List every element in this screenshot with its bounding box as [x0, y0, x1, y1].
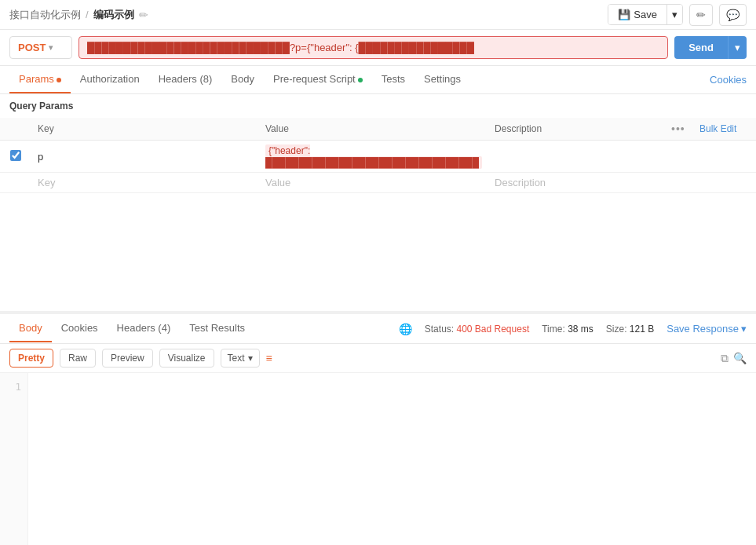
tab-tests[interactable]: Tests [372, 66, 415, 93]
tab-params[interactable]: Params [9, 66, 71, 93]
table-row: p {"header": ███████████████████████████… [0, 141, 756, 173]
cookies-link[interactable]: Cookies [710, 74, 747, 86]
status-group: Status: 400 Bad Request [425, 324, 529, 335]
globe-icon[interactable]: 🌐 [399, 323, 412, 335]
response-content[interactable] [28, 373, 756, 545]
prerequest-dot [358, 78, 363, 82]
empty-value[interactable]: Value [265, 177, 290, 188]
format-pretty-button[interactable]: Pretty [9, 349, 53, 368]
save-button[interactable]: 💾 Save [608, 5, 667, 24]
row-desc-cell [488, 141, 665, 173]
size-value: 121 B [630, 324, 654, 335]
save-label: Save [634, 9, 657, 20]
line-number: 1 [6, 381, 21, 393]
time-group: Time: 38 ms [542, 324, 593, 335]
send-btn-group: Send ▾ [674, 36, 747, 59]
save-response-button[interactable]: Save Response ▾ [667, 323, 747, 335]
empty-row-value-cell: Value [259, 173, 488, 193]
size-label: Size: [606, 324, 627, 335]
format-preview-button[interactable]: Preview [102, 349, 153, 368]
res-tab-headers[interactable]: Headers (4) [108, 315, 181, 342]
tab-body[interactable]: Body [221, 66, 264, 93]
tab-headers[interactable]: Headers (8) [149, 66, 222, 93]
breadcrumb-separator: / [86, 9, 89, 20]
row-bulk-cell [693, 141, 756, 173]
method-select[interactable]: POST ▾ [9, 36, 72, 59]
method-label: POST [18, 42, 46, 53]
empty-row-key-cell: Key [31, 173, 259, 193]
empty-desc[interactable]: Description [495, 177, 546, 188]
param-key[interactable]: p [38, 151, 43, 163]
bulk-edit-button[interactable]: Bulk Edit [699, 123, 736, 134]
query-params-title: Query Params [0, 94, 756, 118]
empty-row-actions [665, 173, 693, 193]
tab-settings[interactable]: Settings [415, 66, 470, 93]
save-dropdown-button[interactable]: ▾ [667, 5, 682, 24]
url-bar: POST ▾ ████████████████████████████?p={"… [0, 30, 756, 66]
response-body: 1 [0, 373, 756, 545]
row-actions-cell [665, 141, 693, 173]
res-tab-test-results[interactable]: Test Results [180, 315, 254, 342]
save-btn-group: 💾 Save ▾ [608, 4, 683, 25]
empty-row-checkbox-cell [0, 173, 31, 193]
breadcrumb-current: 编码示例 [93, 8, 134, 22]
size-group: Size: 121 B [606, 324, 654, 335]
search-icon[interactable]: 🔍 [733, 352, 747, 364]
table-row-empty: Key Value Description [0, 173, 756, 193]
save-response-chevron: ▾ [741, 323, 747, 335]
send-button[interactable]: Send [674, 36, 728, 59]
col-header-value: Value [259, 118, 488, 141]
text-format-chevron: ▾ [248, 353, 253, 364]
status-value: 400 Bad Request [456, 324, 529, 335]
empty-row-desc-cell: Description [488, 173, 665, 193]
more-options-icon[interactable]: ••• [671, 123, 685, 135]
format-visualize-button[interactable]: Visualize [159, 349, 214, 368]
col-header-desc: Description [488, 118, 665, 141]
toolbar-right: ⧉ 🔍 [721, 352, 747, 365]
empty-row-bulk [693, 173, 756, 193]
line-numbers: 1 [0, 373, 28, 545]
breadcrumb-parent: 接口自动化示例 [9, 8, 81, 22]
empty-key[interactable]: Key [38, 177, 55, 188]
col-header-check [0, 118, 31, 141]
row-checkbox-cell [0, 141, 31, 173]
top-bar: 接口自动化示例 / 编码示例 ✏ 💾 Save ▾ ✏ 💬 [0, 0, 756, 30]
res-tab-body[interactable]: Body [9, 315, 52, 342]
time-label: Time: [542, 324, 565, 335]
tab-authorization[interactable]: Authorization [71, 66, 149, 93]
params-table: Key Value Description ••• Bulk Edit p {"… [0, 118, 756, 193]
send-dropdown-button[interactable]: ▾ [728, 36, 747, 59]
word-wrap-icon[interactable]: ≡ [266, 352, 272, 364]
top-actions: 💾 Save ▾ ✏ 💬 [608, 4, 747, 26]
text-format-label: Text [228, 353, 245, 364]
row-key-cell: p [31, 141, 259, 173]
comment-button[interactable]: 💬 [719, 4, 747, 26]
spacer [0, 193, 756, 311]
time-value: 38 ms [568, 324, 593, 335]
params-dot [57, 78, 61, 82]
tab-prerequest[interactable]: Pre-request Script [264, 66, 372, 93]
response-toolbar: Pretty Raw Preview Visualize Text ▾ ≡ ⧉ … [0, 344, 756, 373]
response-bar: Body Cookies Headers (4) Test Results 🌐 … [0, 314, 756, 344]
res-tab-cookies[interactable]: Cookies [52, 315, 108, 342]
col-header-actions: ••• [665, 118, 693, 141]
edit-icon[interactable]: ✏ [139, 9, 148, 21]
row-checkbox[interactable] [10, 150, 21, 161]
text-format-select[interactable]: Text ▾ [221, 349, 260, 368]
request-tabs: Params Authorization Headers (8) Body Pr… [0, 66, 756, 94]
save-icon: 💾 [618, 9, 630, 20]
col-header-key: Key [31, 118, 259, 141]
status-area: 🌐 Status: 400 Bad Request Time: 38 ms Si… [399, 323, 747, 335]
method-chevron-icon: ▾ [49, 43, 53, 52]
edit-pencil-button[interactable]: ✏ [689, 4, 713, 26]
format-raw-button[interactable]: Raw [60, 349, 96, 368]
breadcrumb: 接口自动化示例 / 编码示例 ✏ [9, 8, 148, 22]
status-label: Status: [425, 324, 454, 335]
row-value-cell: {"header": █████████████████████████████… [259, 141, 488, 173]
copy-icon[interactable]: ⧉ [721, 352, 729, 365]
param-value[interactable]: {"header": █████████████████████████████… [265, 144, 482, 169]
url-input[interactable]: ████████████████████████████?p={"header"… [79, 36, 668, 59]
col-header-bulk: Bulk Edit [693, 118, 756, 141]
